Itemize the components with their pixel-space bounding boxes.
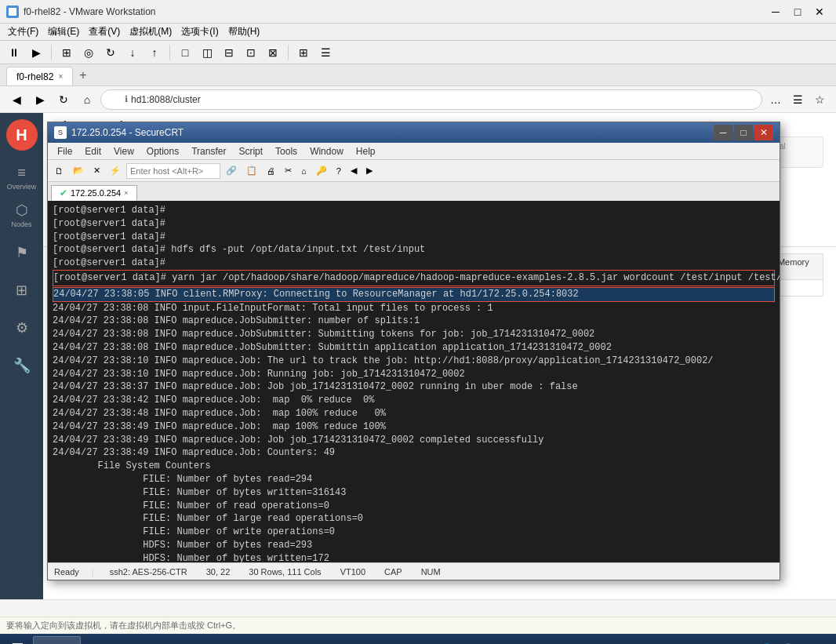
menu-vm[interactable]: 虚拟机(M) xyxy=(125,24,176,40)
menu-file[interactable]: 文件(F) xyxy=(3,24,43,40)
sidebar-item-scheduler[interactable]: ⚙ xyxy=(5,311,39,345)
scrt-menu-file[interactable]: File xyxy=(51,144,78,158)
toolbar-btn-8[interactable]: ◫ xyxy=(198,43,216,62)
scrt-menu-script[interactable]: Script xyxy=(232,144,269,158)
scrt-menu-transfer[interactable]: Transfer xyxy=(185,144,232,158)
scrt-help-btn[interactable]: ? xyxy=(333,162,345,180)
nav-actions: … ☰ ☆ xyxy=(765,89,830,110)
terminal-line: [root@server1 data]# hdfs dfs -put /opt/… xyxy=(53,243,775,257)
maximize-button[interactable]: □ xyxy=(787,4,808,20)
overview-icon: ≡ xyxy=(17,165,26,181)
scrt-toolbar-btn-6[interactable]: 🔑 xyxy=(312,162,331,180)
scrt-menu-window[interactable]: Window xyxy=(304,144,350,158)
scrt-minimize[interactable]: ─ xyxy=(714,125,732,140)
address-bar[interactable]: ℹ hd1:8088/cluster xyxy=(100,89,762,110)
menu-view[interactable]: 查看(V) xyxy=(84,24,125,40)
scrt-menu-options[interactable]: Options xyxy=(140,144,185,158)
window-controls[interactable]: ─ □ ✕ xyxy=(765,4,830,20)
session-tab-close[interactable]: × xyxy=(124,189,128,197)
scrt-toolbar-btn-4[interactable]: ✂ xyxy=(281,162,296,180)
terminal-line: 24/04/27 23:38:10 INFO mapreduce.Job: Ru… xyxy=(53,368,775,381)
scrt-toolbar-btn-5[interactable]: ⌂ xyxy=(297,162,311,180)
browser-nav: ◀ ▶ ↻ ⌂ ℹ hd1:8088/cluster … ☰ ☆ xyxy=(0,86,836,113)
sidebar-nodes-label: Nodes xyxy=(11,220,31,228)
sidebar-item-overview[interactable]: ≡ Overview xyxy=(5,160,39,195)
scrt-close[interactable]: ✕ xyxy=(754,125,773,140)
scrt-host-input[interactable] xyxy=(126,163,220,179)
status-ready: Ready xyxy=(54,567,79,577)
menu-edit[interactable]: 编辑(E) xyxy=(43,24,84,40)
terminal[interactable]: [root@server1 data]#[root@server1 data]#… xyxy=(48,201,780,562)
toolbar-btn-6[interactable]: ↑ xyxy=(145,43,164,62)
toolbar-btn-1[interactable]: ▶ xyxy=(27,43,45,62)
scrt-toolbar-btn-2[interactable]: 📋 xyxy=(242,162,261,180)
scrt-close-session[interactable]: ✕ xyxy=(89,162,104,180)
scrt-maximize[interactable]: □ xyxy=(734,125,753,140)
start-button[interactable]: ⊞ xyxy=(3,634,31,644)
browser-tab-vm[interactable]: f0-rhel82 × xyxy=(6,67,73,86)
vmware-toolbar: ⏸ ▶ ⊞ ◎ ↻ ↓ ↑ □ ◫ ⊟ ⊡ ⊠ ⊞ ☰ xyxy=(0,41,836,64)
status-rows-cols: 30 Rows, 111 Cols xyxy=(245,567,324,577)
status-ssh: ssh2: AES-256-CTR xyxy=(107,567,191,577)
toolbar-btn-2[interactable]: ⊞ xyxy=(57,43,76,62)
bookmark-button[interactable]: ☆ xyxy=(809,89,830,110)
toolbar-btn-3[interactable]: ◎ xyxy=(79,43,98,62)
home-button[interactable]: ⌂ xyxy=(77,89,97,110)
scrt-session-tab[interactable]: ✔ 172.25.0.254 × xyxy=(51,185,137,201)
scrt-menu-edit[interactable]: Edit xyxy=(78,144,107,158)
scrt-connect[interactable]: ⚡ xyxy=(106,162,125,180)
forward-button[interactable]: ▶ xyxy=(30,89,50,110)
terminal-line: [root@server1 data]# xyxy=(53,217,775,231)
pause-button[interactable]: ⏸ xyxy=(5,43,24,62)
more-button[interactable]: … xyxy=(765,89,786,110)
toolbar-btn-4[interactable]: ↻ xyxy=(101,43,120,62)
toolbar-btn-11[interactable]: ⊠ xyxy=(264,43,282,62)
terminal-line: [root@server1 data]# yarn jar /opt/hadoo… xyxy=(53,270,775,286)
scrt-scroll-right[interactable]: ▶ xyxy=(362,162,376,180)
tab-label: f0-rhel82 xyxy=(16,71,53,82)
toolbar-btn-5[interactable]: ↓ xyxy=(123,43,142,62)
securecrt-window: S 172.25.0.254 - SecureCRT ─ □ ✕ File Ed… xyxy=(47,122,780,580)
terminal-line: File System Counters xyxy=(53,460,775,473)
scrt-menu-view[interactable]: View xyxy=(107,144,140,158)
taskbar-item-vmware[interactable]: f0-rhel82 xyxy=(33,636,81,644)
terminal-line: 24/04/27 23:38:48 INFO mapreduce.Job: ma… xyxy=(53,407,775,420)
securecrt-titlebar: S 172.25.0.254 - SecureCRT ─ □ ✕ xyxy=(48,122,780,143)
status-sep-1: | xyxy=(92,567,94,577)
securecrt-menu: File Edit View Options Transfer Script T… xyxy=(48,143,780,160)
toolbar-separator xyxy=(51,45,52,60)
scrt-menu-help[interactable]: Help xyxy=(350,144,382,158)
terminal-line: 24/04/27 23:38:10 INFO mapreduce.Job: Th… xyxy=(53,355,775,368)
sidebar-item-tools[interactable]: 🔧 xyxy=(5,348,39,383)
status-cap: CAP xyxy=(381,567,405,577)
address-text: hd1:8088/cluster xyxy=(131,94,201,105)
terminal-line: HDFS: Number of bytes read=293 xyxy=(53,539,775,552)
sidebar-item-apps[interactable]: ⊞ xyxy=(5,273,39,307)
terminal-line: FILE: Number of write operations=0 xyxy=(53,526,775,539)
back-button[interactable]: ◀ xyxy=(6,89,27,110)
scrt-open[interactable]: 📂 xyxy=(69,162,88,180)
terminal-line: 24/04/27 23:38:42 INFO mapreduce.Job: ma… xyxy=(53,394,775,407)
scrt-new-session[interactable]: 🗋 xyxy=(51,162,67,180)
tab-close-icon[interactable]: × xyxy=(58,72,63,81)
toolbar-btn-9[interactable]: ⊟ xyxy=(220,43,238,62)
menu-tabs[interactable]: 选项卡(I) xyxy=(176,24,223,40)
reload-button[interactable]: ↻ xyxy=(53,89,74,110)
scrt-toolbar-btn-3[interactable]: 🖨 xyxy=(263,162,279,180)
minimize-button[interactable]: ─ xyxy=(765,4,786,20)
toolbar-btn-7[interactable]: □ xyxy=(176,43,194,62)
menu-help[interactable]: 帮助(H) xyxy=(224,24,265,40)
sidebar-item-nodes[interactable]: ⬡ Nodes xyxy=(5,198,39,232)
close-button[interactable]: ✕ xyxy=(809,4,830,20)
scrt-scroll-left[interactable]: ◀ xyxy=(347,162,361,180)
sidebar-item-nodelabels[interactable]: ⚑ xyxy=(5,235,39,270)
scrt-menu-tools[interactable]: Tools xyxy=(269,144,304,158)
securecrt-controls[interactable]: ─ □ ✕ xyxy=(714,125,773,140)
new-tab-button[interactable]: + xyxy=(73,65,93,86)
reader-button[interactable]: ☰ xyxy=(787,89,808,110)
scrt-toolbar-btn-1[interactable]: 🔗 xyxy=(222,162,241,180)
toolbar-btn-13[interactable]: ☰ xyxy=(316,43,335,62)
toolbar-btn-12[interactable]: ⊞ xyxy=(294,43,313,62)
terminal-line: 24/04/27 23:38:49 INFO mapreduce.Job: Jo… xyxy=(53,434,775,447)
toolbar-btn-10[interactable]: ⊡ xyxy=(242,43,260,62)
